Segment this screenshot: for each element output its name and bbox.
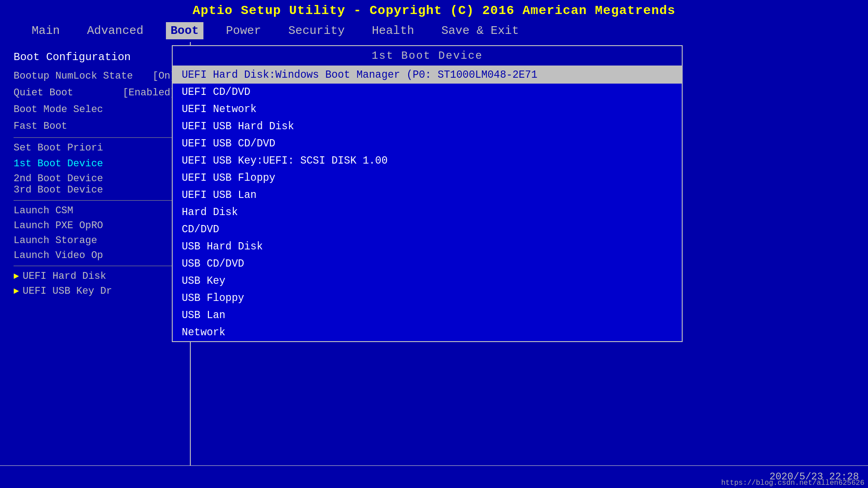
boot-option-12[interactable]: USB Key xyxy=(173,272,682,290)
boot-option-8[interactable]: Hard Disk xyxy=(173,204,682,221)
popup-title: 1st Boot Device xyxy=(173,46,682,66)
nav-item-save-and-exit[interactable]: Save & Exit xyxy=(437,22,524,39)
nav-item-health[interactable]: Health xyxy=(368,22,419,39)
numlock-row: Bootup NumLock State [On] xyxy=(14,70,176,82)
launch-pxe-row: Launch PXE OpRO xyxy=(14,220,176,231)
boot-option-2[interactable]: UEFI Network xyxy=(173,101,682,118)
boot-option-6[interactable]: UEFI USB Floppy xyxy=(173,169,682,187)
title-bar: Aptio Setup Utility - Copyright (C) 2016… xyxy=(0,0,868,19)
nav-item-advanced[interactable]: Advanced xyxy=(82,22,148,39)
fast-boot-label: Fast Boot xyxy=(14,121,67,132)
boot-mode-label: Boot Mode Selec xyxy=(14,104,103,115)
boot-option-3[interactable]: UEFI USB Hard Disk xyxy=(173,118,682,135)
boot-option-11[interactable]: USB CD/DVD xyxy=(173,255,682,272)
fast-boot-row: Fast Boot xyxy=(14,121,176,132)
second-boot-device[interactable]: 2nd Boot Device xyxy=(14,173,176,184)
boot-priority-label: Set Boot Priori xyxy=(14,142,176,154)
uefi-usb-arrow: ► xyxy=(14,286,19,296)
uefi-usb-label: UEFI USB Key Dr xyxy=(23,286,112,297)
url-bar: https://blog.csdn.net/allen625626 xyxy=(717,478,868,488)
uefi-hard-disk-row: ► UEFI Hard Disk xyxy=(14,271,176,282)
nav-bar: MainAdvancedBootPowerSecurityHealthSave … xyxy=(0,19,868,42)
boot-option-4[interactable]: UEFI USB CD/DVD xyxy=(173,135,682,152)
boot-option-9[interactable]: CD/DVD xyxy=(173,221,682,238)
nav-item-power[interactable]: Power xyxy=(222,22,266,39)
boot-option-13[interactable]: USB Floppy xyxy=(173,290,682,307)
boot-device-list: UEFI Hard Disk:Windows Boot Manager (P0:… xyxy=(173,66,682,341)
boot-option-0[interactable]: UEFI Hard Disk:Windows Boot Manager (P0:… xyxy=(173,66,682,84)
popup-dialog: 1st Boot Device UEFI Hard Disk:Windows B… xyxy=(172,45,683,342)
boot-mode-row: Boot Mode Selec xyxy=(14,104,176,115)
third-boot-device[interactable]: 3rd Boot Device xyxy=(14,184,176,196)
launch-csm-row: Launch CSM xyxy=(14,205,176,216)
boot-option-10[interactable]: USB Hard Disk xyxy=(173,238,682,255)
boot-option-5[interactable]: UEFI USB Key:UEFI: SCSI DISK 1.00 xyxy=(173,152,682,169)
quiet-boot-label: Quiet Boot xyxy=(14,87,73,99)
quiet-boot-row: Quiet Boot [Enabled] xyxy=(14,87,176,99)
uefi-hd-arrow: ► xyxy=(14,271,19,282)
uefi-usb-key-row: ► UEFI USB Key Dr xyxy=(14,286,176,297)
boot-option-15[interactable]: Network xyxy=(173,324,682,341)
first-boot-device[interactable]: 1st Boot Device xyxy=(14,158,176,169)
nav-item-boot[interactable]: Boot xyxy=(166,22,203,39)
boot-option-1[interactable]: UEFI CD/DVD xyxy=(173,84,682,101)
nav-item-main[interactable]: Main xyxy=(27,22,64,39)
numlock-label: Bootup NumLock State xyxy=(14,70,133,82)
left-panel: Boot Configuration Bootup NumLock State … xyxy=(0,42,190,480)
nav-item-security[interactable]: Security xyxy=(284,22,349,39)
app-title: Aptio Setup Utility - Copyright (C) 2016… xyxy=(193,4,675,18)
uefi-hd-label: UEFI Hard Disk xyxy=(23,271,106,282)
launch-storage-row: Launch Storage xyxy=(14,235,176,246)
launch-video-row: Launch Video Op xyxy=(14,250,176,261)
boot-option-7[interactable]: UEFI USB Lan xyxy=(173,187,682,204)
section-title: Boot Configuration xyxy=(14,51,176,63)
quiet-boot-value: [Enabled] xyxy=(123,87,176,99)
boot-option-14[interactable]: USB Lan xyxy=(173,307,682,324)
